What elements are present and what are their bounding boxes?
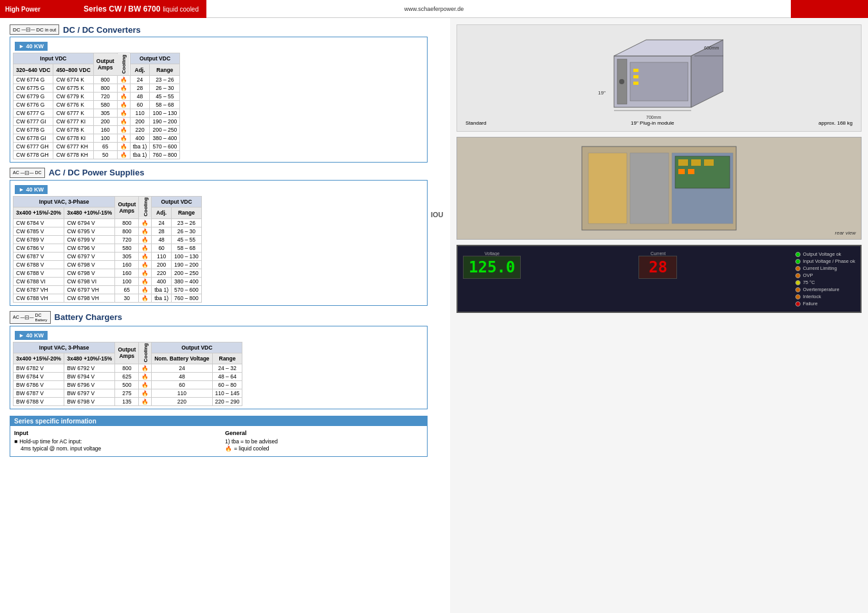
svg-text:700mm: 700mm xyxy=(646,115,662,120)
acdc-table: Input VAC, 3-Phase OutputAmps Cooling Ou… xyxy=(13,196,202,303)
product-top-image: 19" 700mm 600mm Standard 19" Plug-in mod… xyxy=(457,24,862,132)
dc-converter-section: DC ─⊟─ DC in out DC / DC Converters ► 40… xyxy=(10,24,428,163)
svg-rect-21 xyxy=(704,159,714,166)
svg-rect-13 xyxy=(633,82,638,85)
status-dot xyxy=(795,301,800,306)
acdc-col2-header: 3x480 +10%/-15% xyxy=(64,208,115,218)
table-row: CW 6788 VI CW 6798 VI 100 🔥 400 380 – 40… xyxy=(14,277,202,285)
standard-label: Standard xyxy=(466,120,486,126)
rear-view-label: rear view xyxy=(835,230,856,236)
product-rear-image: rear view xyxy=(457,137,862,240)
battery-output-amps-header: OutputAmps xyxy=(115,342,139,364)
table-row: BW 6784 V BW 6794 V 625 🔥 48 48 – 64 xyxy=(14,373,242,381)
dc-col2-header: 450–800 VDC xyxy=(53,64,93,75)
battery-col1-header: 3x400 +15%/-20% xyxy=(14,353,64,364)
table-row: CW 6785 V CW 6795 V 800 🔥 28 26 – 30 xyxy=(14,227,202,235)
svg-rect-16 xyxy=(630,153,669,224)
right-panel: 19" 700mm 600mm Standard 19" Plug-in mod… xyxy=(450,18,868,613)
battery-section-header: AC ─⊟─ DCBattery Battery Chargers xyxy=(10,311,428,324)
table-row: CW 6777 G CW 6777 K 305 🔥 110 100 – 130 xyxy=(14,109,180,117)
acdc-icon: AC ─⊟─ DC xyxy=(10,168,45,178)
dc-cooling-header: Cooling xyxy=(117,53,130,76)
product-3d-svg: 19" 700mm 600mm xyxy=(595,30,723,120)
table-row: CW 6787 V CW 6797 V 305 🔥 110 100 – 130 xyxy=(14,252,202,260)
dc-section-header: DC ─⊟─ DC in out DC / DC Converters xyxy=(10,24,428,35)
table-row: CW 6788 VH CW 6798 VH 30 🔥 tba 1) 760 – … xyxy=(14,294,202,302)
battery-cooling-header: Cooling xyxy=(139,342,152,364)
acdc-output-header: Output VDC xyxy=(152,196,202,207)
svg-rect-10 xyxy=(630,62,688,101)
battery-col2-header: 3x480 +10%/-15% xyxy=(64,353,115,364)
status-item: Input Voltage / Phase ok xyxy=(795,258,855,264)
status-item: Overtemperature xyxy=(795,287,855,292)
series-general-item2: 🔥 = liquid cooled xyxy=(225,445,423,452)
dc-output-amps-header: OutputAmps xyxy=(93,53,117,76)
acdc-output-amps-header: OutputAmps xyxy=(115,196,139,218)
weight-label: approx. 168 kg xyxy=(818,120,853,126)
table-row: CW 6779 G CW 6779 K 720 🔥 48 45 – 55 xyxy=(14,92,180,100)
left-panel: DC ─⊟─ DC in out DC / DC Converters ► 40… xyxy=(0,18,437,613)
table-row: CW 6778 GH CW 6778 KH 50 🔥 tba 1) 760 – … xyxy=(14,150,180,159)
table-row: CW 6788 V CW 6798 V 160 🔥 220 200 – 250 xyxy=(14,269,202,277)
rear-view-svg xyxy=(575,140,743,236)
series-general-col: General 1) tba = to be advised 🔥 = liqui… xyxy=(225,430,423,452)
series-input-item1: ■ Hold-up time for AC input: xyxy=(14,438,212,445)
table-row: BW 6786 V BW 6796 V 500 🔥 60 60 – 80 xyxy=(14,381,242,389)
svg-rect-23 xyxy=(688,169,694,174)
dc-table-container: ► 40 KW Input VDC OutputAmps Cooling Out… xyxy=(10,37,428,163)
acdc-col1-header: 3x400 +15%/-20% xyxy=(14,208,64,218)
header-right-red xyxy=(791,0,868,18)
series-info-columns: Input ■ Hold-up time for AC input: 4ms t… xyxy=(14,430,423,452)
dc-col1-header: 320–640 VDC xyxy=(14,64,53,75)
status-dot xyxy=(795,266,800,271)
svg-text:19": 19" xyxy=(598,90,606,96)
acdc-section: AC ─⊟─ DC AC / DC Power Supplies ► 40 KW… xyxy=(10,168,428,306)
status-dot xyxy=(795,273,800,278)
battery-table: Input VAC, 3-Phase OutputAmps Cooling Ou… xyxy=(13,342,242,407)
product-labels: Standard 19" Plug-in module approx. 168 … xyxy=(462,120,856,126)
current-display: Current 28 xyxy=(638,251,677,306)
dc-output-header: Output VDC xyxy=(130,53,180,64)
page-header: High Power Series CW / BW 6700 liquid co… xyxy=(0,0,868,18)
table-row: BW 6788 V BW 6798 V 135 🔥 220 220 – 290 xyxy=(14,398,242,406)
series-text: Series CW / BW 6700 xyxy=(84,4,160,13)
header-url: www.schaeferpower.de xyxy=(404,6,464,12)
dc-adj-header: Adj. xyxy=(130,64,150,75)
middle-area: IOU xyxy=(437,18,450,613)
status-indicators: Output Voltage ok Input Voltage / Phase … xyxy=(795,251,855,306)
acdc-input-header: Input VAC, 3-Phase xyxy=(14,196,115,207)
acdc-adj-header: Adj. xyxy=(152,208,172,218)
status-dot xyxy=(795,252,800,257)
voltage-display-label: Voltage xyxy=(484,251,499,256)
battery-icon: AC ─⊟─ DCBattery xyxy=(10,311,51,324)
acdc-table-container: ► 40 KW Input VAC, 3-Phase OutputAmps Co… xyxy=(10,180,428,306)
table-row: CW 6786 V CW 6796 V 580 🔥 60 58 – 68 xyxy=(14,244,202,252)
table-row: CW 6778 GI CW 6778 KI 100 🔥 400 380 – 40… xyxy=(14,134,180,142)
status-dot xyxy=(795,294,800,299)
table-row: CW 6777 GI CW 6777 KI 200 🔥 200 190 – 20… xyxy=(14,117,180,125)
acdc-kw-label: ► 40 KW xyxy=(15,185,48,194)
table-row: CW 6787 VH CW 6797 VH 65 🔥 tba 1) 570 – … xyxy=(14,285,202,294)
voltage-value: 125.0 xyxy=(463,256,521,279)
dc-range-header: Range xyxy=(150,64,180,75)
status-dot xyxy=(795,259,800,264)
battery-kw-label: ► 40 KW xyxy=(15,331,48,340)
dc-table: Input VDC OutputAmps Cooling Output VDC … xyxy=(13,53,180,159)
table-row: CW 6775 G CW 6775 K 800 🔥 28 26 – 30 xyxy=(14,84,180,92)
table-row: CW 6778 G CW 6778 K 160 🔥 220 200 – 250 xyxy=(14,125,180,134)
acdc-range-header: Range xyxy=(171,208,201,218)
table-row: CW 6784 V CW 6794 V 800 🔥 24 23 – 26 xyxy=(14,218,202,227)
dc-kw-label: ► 40 KW xyxy=(15,42,48,51)
table-row: CW 6788 V CW 6798 V 160 🔥 200 190 – 200 xyxy=(14,260,202,269)
svg-rect-15 xyxy=(588,153,627,224)
status-item: 75 °C xyxy=(795,280,855,285)
svg-rect-11 xyxy=(633,69,638,72)
current-display-label: Current xyxy=(651,251,665,256)
svg-rect-22 xyxy=(678,169,685,174)
acdc-cooling-header: Cooling xyxy=(139,196,152,218)
table-row: CW 6774 G CW 6774 K 800 🔥 24 23 – 26 xyxy=(14,75,180,84)
status-item: Current Limiting xyxy=(795,265,855,271)
series-info-section: Series specific information Input ■ Hold… xyxy=(10,416,428,457)
series-general-item1: 1) tba = to be advised xyxy=(225,438,423,445)
acdc-section-header: AC ─⊟─ DC AC / DC Power Supplies xyxy=(10,168,428,178)
